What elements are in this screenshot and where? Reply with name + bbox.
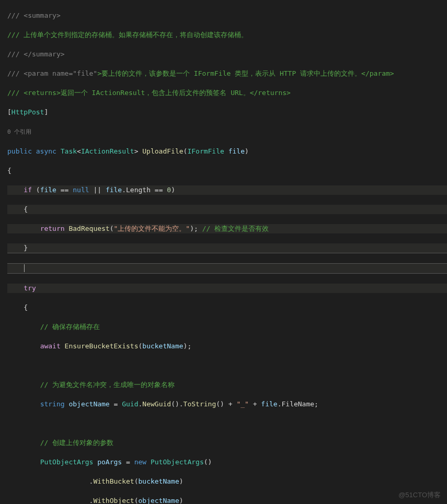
comment-poargs: // 创建上传对象的参数 [40, 439, 113, 447]
punct: ) [179, 497, 184, 505]
arg-bucketname: bucketName [138, 477, 179, 485]
fn-badrequest: BadRequest [68, 225, 109, 232]
fn-withbucket: WithBucket [93, 477, 134, 485]
op: + [224, 400, 236, 408]
method-name: UploadFile [142, 147, 183, 155]
codelens-references[interactable]: 0 个引用 [7, 128, 31, 135]
editor-caret [24, 264, 25, 272]
op: + [249, 400, 261, 408]
indent: . [7, 477, 93, 485]
doc-returns: /// <returns>返回一个 IActionResult，包含上传后文件的… [7, 89, 291, 97]
prop-length: Length [126, 186, 151, 194]
ctor-putobjectargs: PutObjectArgs [151, 458, 204, 466]
attr-open: [ [7, 108, 12, 116]
doc-summary-close: /// </summary> [7, 50, 65, 58]
prop-filename: FileName [281, 400, 314, 408]
type-guid: Guid [122, 400, 138, 408]
var-file: file [261, 400, 277, 408]
type-iactionresult: IActionResult [81, 147, 134, 155]
punct: ); [190, 225, 198, 232]
punct: ( [110, 225, 114, 232]
kw-string: string [40, 400, 65, 408]
brace-open: { [7, 167, 12, 174]
kw-if: if [24, 186, 32, 194]
var-file2: file [106, 186, 122, 194]
punct: ) [245, 147, 249, 155]
num-zero: 0 [167, 186, 171, 194]
op: == [56, 186, 73, 194]
punct: < [77, 147, 81, 155]
punct: ); [184, 342, 192, 350]
sp [146, 458, 151, 466]
param-name: file [224, 147, 245, 155]
comment-ensure-bucket: // 确保存储桶存在 [40, 323, 100, 331]
punct: () [204, 458, 212, 466]
var-objectname: objectName [68, 400, 109, 408]
doc-param-prefix: /// <param name= [7, 69, 73, 77]
var-file: file [40, 186, 56, 194]
kw-new: new [134, 458, 146, 466]
brace-open: { [24, 303, 28, 311]
str-underscore: "_" [236, 400, 248, 408]
watermark: @51CTO博客 [398, 490, 441, 500]
brace-open: { [24, 205, 28, 213]
punct: ( [32, 186, 40, 194]
var-poargs: poArgs [93, 458, 122, 466]
punct: () [216, 400, 224, 408]
op: == [151, 186, 167, 194]
comment-unique-name: // 为避免文件名冲突，生成唯一的对象名称 [40, 381, 175, 389]
doc-param-desc: >要上传的文件，该参数是一个 IFormFile 类型，表示从 HTTP 请求中… [97, 69, 394, 77]
fn-withobject: WithObject [93, 497, 134, 505]
attr-close: ] [44, 108, 48, 116]
type-task: Task [61, 147, 77, 155]
param-type: IFormFile [187, 147, 224, 155]
kw-modifiers: public async [7, 147, 61, 155]
op-eq: = [122, 458, 134, 466]
kw-return: return [40, 225, 65, 232]
op-eq: = [110, 400, 122, 408]
punct: . [122, 186, 126, 194]
kw-null: null [73, 186, 89, 194]
punct: (). [171, 400, 183, 408]
punct: ; [314, 400, 318, 408]
comment-check-file: // 检查文件是否有效 [202, 225, 269, 232]
indent: . [7, 497, 93, 505]
sp [61, 342, 65, 350]
punct: ) [171, 186, 175, 194]
doc-summary-text: /// 上传单个文件到指定的存储桶。如果存储桶不存在，将自动创建该存储桶。 [7, 31, 248, 39]
fn-ensurebucket: EnsureBucketExists [65, 342, 139, 350]
arg-objectname: objectName [138, 497, 179, 505]
attr-name: HttpPost [12, 108, 44, 116]
brace-close: } [24, 244, 28, 252]
doc-param-name: "file" [73, 69, 97, 77]
punct: > [134, 147, 143, 155]
type-putobjectargs: PutObjectArgs [40, 458, 94, 466]
doc-summary-open: /// <summary> [7, 11, 61, 19]
punct: ) [179, 477, 184, 485]
fn-newguid: NewGuid [142, 400, 171, 408]
sp [198, 225, 202, 232]
var-bucketname: bucketName [142, 342, 183, 350]
str-empty-file: "上传的文件不能为空。" [114, 225, 190, 232]
kw-try: try [24, 284, 36, 292]
fn-tostring: ToString [184, 400, 216, 408]
op: || [89, 186, 106, 194]
kw-await: await [40, 342, 61, 350]
code-editor[interactable]: /// <summary> /// 上传单个文件到指定的存储桶。如果存储桶不存在… [0, 0, 447, 504]
